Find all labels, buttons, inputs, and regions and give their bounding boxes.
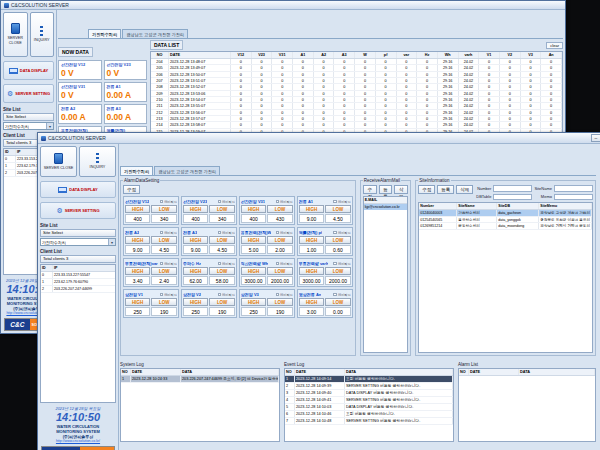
log-row[interactable]: 32023-12-28 14:09:40DATA DISPLAY 버튼을 클릭하… <box>285 390 453 397</box>
tab-site-1[interactable]: 경상남도 고성군 개천면 가천리 <box>122 29 188 38</box>
log-row[interactable]: 52023-12-28 14:10:03DATA DISPLAY 버튼을 클릭하… <box>285 404 453 411</box>
high-button[interactable]: HIGH <box>299 267 324 275</box>
checkbox-icon[interactable] <box>160 293 164 297</box>
low-button[interactable]: LOW <box>267 205 292 213</box>
checkbox-icon[interactable] <box>218 231 222 235</box>
alarm-card-check[interactable]: 예비확인 <box>218 231 235 235</box>
alarm-card-check[interactable]: 예비확인 <box>276 293 293 297</box>
checkbox-icon[interactable] <box>333 231 337 235</box>
alarm-card-check[interactable]: 예비확인 <box>333 231 350 235</box>
low-button[interactable]: LOW <box>325 267 350 275</box>
site-delete-button[interactable]: 삭제 <box>456 185 473 194</box>
low-button[interactable]: LOW <box>267 267 292 275</box>
high-button[interactable]: HIGH <box>125 298 150 306</box>
low-button[interactable]: LOW <box>325 205 350 213</box>
alarm-card-check[interactable]: 예비확인 <box>333 262 350 266</box>
site-dropdown[interactable]: 가천하수처리 ▾ <box>40 238 116 246</box>
server-close-button[interactable]: SERVER CLOSE <box>40 146 77 177</box>
alarm-card-check[interactable]: 예비확인 <box>218 293 235 297</box>
checkbox-icon[interactable] <box>218 293 222 297</box>
site-edit-button[interactable]: 수정 <box>418 185 435 194</box>
alarm-card-check[interactable]: 예비확인 <box>160 200 177 204</box>
email-row[interactable]: kjp@cncsolution.co.kr <box>364 204 408 211</box>
mail-edit-button[interactable]: 수정 <box>363 185 377 194</box>
field-input-sitename[interactable] <box>554 185 593 192</box>
high-button[interactable]: HIGH <box>241 267 266 275</box>
tab-site-1[interactable]: 경상남도 고성군 개천면 가천리 <box>154 166 220 175</box>
low-button[interactable]: LOW <box>325 298 350 306</box>
clear-button[interactable]: clear <box>546 42 563 49</box>
mail-register-button[interactable]: 등록 <box>379 185 393 194</box>
client-row[interactable]: 0223.33.153.227:55547 <box>41 272 115 279</box>
chevron-down-icon[interactable]: ▾ <box>108 239 115 245</box>
log-row[interactable]: 12023-12-28 10:24:33203.226.207.247:4469… <box>121 376 279 383</box>
site-row[interactable]: 01254540565용곡하수처리data_yonggok충청북도 옥천군 이원… <box>419 217 592 224</box>
field-input-dbtable[interactable] <box>493 194 532 201</box>
low-button[interactable]: LOW <box>267 298 292 306</box>
inquiry-button[interactable]: INQUIRY <box>30 12 55 57</box>
high-button[interactable]: HIGH <box>183 236 208 244</box>
inquiry-button[interactable]: INQUIRY <box>79 146 116 177</box>
data-display-button[interactable]: DATA DISPLAY <box>40 181 116 198</box>
data-display-button[interactable]: DATA DISPLAY <box>3 61 54 80</box>
alarm-card-check[interactable]: 예비확인 <box>276 262 293 266</box>
low-button[interactable]: LOW <box>325 236 350 244</box>
low-button[interactable]: LOW <box>151 267 176 275</box>
chevron-down-icon[interactable]: ▾ <box>46 123 53 129</box>
high-button[interactable]: HIGH <box>299 298 324 306</box>
site-select-button[interactable]: Site Select <box>40 229 116 237</box>
high-button[interactable]: HIGH <box>299 236 324 244</box>
site-row[interactable]: 01240040003가천하수처리data_gacheon경상남도 고성군 개천… <box>419 210 592 217</box>
alarm-card-check[interactable]: 예비확인 <box>276 231 293 235</box>
field-input-number[interactable] <box>493 185 532 192</box>
alarm-card-check[interactable]: 예비확인 <box>333 200 350 204</box>
site-select-button[interactable]: Site Select <box>3 113 54 121</box>
server-close-button[interactable]: SERVER CLOSE <box>3 12 28 57</box>
checkbox-icon[interactable] <box>160 231 164 235</box>
server-setting-button[interactable]: ⚙ SERVER SETTING <box>40 202 116 219</box>
client-row[interactable]: 2203.226.207.247:44699 <box>41 286 115 293</box>
low-button[interactable]: LOW <box>209 298 234 306</box>
high-button[interactable]: HIGH <box>299 205 324 213</box>
high-button[interactable]: HIGH <box>241 205 266 213</box>
low-button[interactable]: LOW <box>151 236 176 244</box>
site-dropdown[interactable]: 가천하수처리 ▾ <box>3 122 54 130</box>
log-row[interactable]: 62023-12-28 14:10:46조회 버튼을 클릭하셨습니다. <box>285 411 453 418</box>
low-button[interactable]: LOW <box>209 205 234 213</box>
alarm-card-check[interactable]: 예비확인 <box>276 200 293 204</box>
alarm-card-check[interactable]: 예비확인 <box>218 200 235 204</box>
checkbox-icon[interactable] <box>276 293 280 297</box>
checkbox-icon[interactable] <box>333 200 337 204</box>
log-row[interactable]: 22023-12-28 14:09:39SERVER SETTING 버튼을 클… <box>285 383 453 390</box>
tab-site-0[interactable]: 가천하수처리 <box>120 166 153 175</box>
server-setting-button[interactable]: ⚙ SERVER SETTING <box>3 84 54 103</box>
checkbox-icon[interactable] <box>160 200 164 204</box>
checkbox-icon[interactable] <box>218 262 222 266</box>
log-row[interactable]: 72023-12-28 14:10:48SERVER SETTING 버튼을 클… <box>285 418 453 425</box>
titlebar[interactable]: C&CSOLUTION SERVER –❐✕ <box>38 133 600 144</box>
log-row[interactable]: 42023-12-28 14:09:41SERVER SETTING 버튼을 클… <box>285 397 453 404</box>
alarm-card-check[interactable]: 예비확인 <box>333 293 350 297</box>
checkbox-icon[interactable] <box>333 293 337 297</box>
low-button[interactable]: LOW <box>267 236 292 244</box>
checkbox-icon[interactable] <box>218 200 222 204</box>
high-button[interactable]: HIGH <box>183 267 208 275</box>
site-row[interactable]: 01269851214문동하수처리data_moondong경상남도 거제시 거… <box>419 223 592 230</box>
alarm-card-check[interactable]: 예비확인 <box>218 262 235 266</box>
brand-url-link[interactable]: http://www.cncsolution.co.kr/ <box>40 439 116 444</box>
checkbox-icon[interactable] <box>276 231 280 235</box>
checkbox-icon[interactable] <box>160 262 164 266</box>
checkbox-icon[interactable] <box>276 262 280 266</box>
high-button[interactable]: HIGH <box>183 298 208 306</box>
high-button[interactable]: HIGH <box>241 236 266 244</box>
checkbox-icon[interactable] <box>276 200 280 204</box>
log-row[interactable]: 12023-12-28 14:09:14조회 버튼을 클릭하셨습니다. <box>285 376 453 383</box>
high-button[interactable]: HIGH <box>183 205 208 213</box>
client-row[interactable]: 1223.62.179.76:60790 <box>41 279 115 286</box>
low-button[interactable]: LOW <box>209 236 234 244</box>
high-button[interactable]: HIGH <box>125 205 150 213</box>
alarm-card-check[interactable]: 예비확인 <box>160 262 177 266</box>
low-button[interactable]: LOW <box>151 298 176 306</box>
high-button[interactable]: HIGH <box>241 298 266 306</box>
low-button[interactable]: LOW <box>209 267 234 275</box>
